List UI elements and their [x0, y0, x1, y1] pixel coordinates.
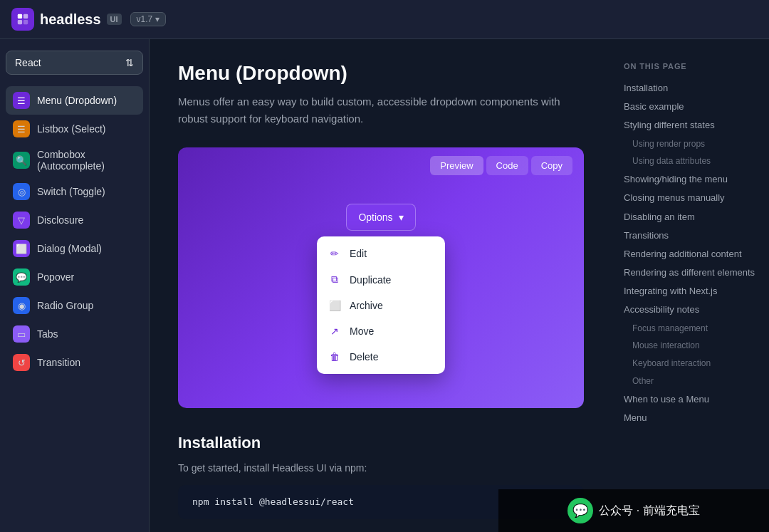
sidebar-item-popover[interactable]: 💬Popover — [6, 263, 143, 291]
watermark: 💬 公众号 · 前端充电宝 — [498, 489, 769, 532]
logo-text: headless — [40, 11, 101, 28]
nav-icon-switch-toggle: ◎ — [13, 183, 30, 200]
nav-label-menu-dropdown: Menu (Dropdown) — [37, 95, 117, 106]
installation-title: Installation — [178, 434, 584, 452]
menu-item-label-duplicate: Duplicate — [350, 274, 391, 286]
nav-icon-listbox-select: ☰ — [13, 120, 30, 137]
nav-icon-menu-dropdown: ☰ — [13, 92, 30, 109]
top-navigation: headless UI v1.7 ▾ — [0, 0, 769, 39]
menu-item-archive[interactable]: ⬜Archive — [317, 293, 445, 318]
toc-item-mouse-interaction[interactable]: Mouse interaction — [624, 337, 758, 355]
nav-label-tabs: Tabs — [37, 328, 58, 340]
menu-item-move[interactable]: ↗Move — [317, 318, 445, 344]
sidebar-item-dialog-modal[interactable]: ⬜Dialog (Modal) — [6, 234, 143, 263]
sidebar-item-disclosure[interactable]: ▽Disclosure — [6, 206, 143, 234]
menu-item-label-edit: Edit — [350, 248, 367, 259]
watermark-text: 公众号 · 前端充电宝 — [599, 504, 699, 518]
main-content: Menu (Dropdown) Menus offer an easy way … — [150, 39, 612, 532]
framework-label: React — [15, 57, 41, 68]
toc-item-showing-hiding-menu[interactable]: Showing/hiding the menu — [624, 170, 758, 189]
menu-item-icon-delete: 🗑 — [328, 351, 341, 363]
trigger-label: Options — [358, 212, 392, 223]
sidebar-item-transition[interactable]: ↺Transition — [6, 348, 143, 377]
sidebar: React ⇅ ☰Menu (Dropdown)☰Listbox (Select… — [0, 39, 150, 532]
logo-icon — [11, 8, 34, 31]
svg-rect-0 — [18, 14, 22, 19]
demo-container: Preview Code Copy Options ▾ ✏Edit⧉Duplic… — [178, 147, 584, 408]
nav-label-disclosure: Disclosure — [37, 214, 83, 226]
toc-item-integrating-with-nextjs[interactable]: Integrating with Next.js — [624, 282, 758, 301]
menu-item-duplicate[interactable]: ⧉Duplicate — [317, 266, 445, 293]
toc-item-rendering-as-different-elements[interactable]: Rendering as different elements — [624, 264, 758, 282]
svg-rect-3 — [23, 20, 28, 24]
menu-item-icon-edit: ✏ — [328, 248, 341, 259]
sidebar-item-combobox-autocomplete[interactable]: 🔍Combobox (Autocomplete) — [6, 143, 143, 177]
sidebar-item-radio-group[interactable]: ◉Radio Group — [6, 291, 143, 320]
menu-item-icon-archive: ⬜ — [328, 300, 341, 311]
nav-label-radio-group: Radio Group — [37, 300, 93, 311]
toc-item-closing-menus-manually[interactable]: Closing menus manually — [624, 189, 758, 207]
toc-item-when-to-use-a-menu[interactable]: When to use a Menu — [624, 390, 758, 409]
version-chevron: ▾ — [155, 14, 159, 24]
nav-icon-disclosure: ▽ — [13, 212, 30, 229]
nav-label-dialog-modal: Dialog (Modal) — [37, 243, 102, 254]
menu-item-label-delete: Delete — [350, 351, 378, 363]
svg-rect-1 — [23, 14, 28, 19]
nav-icon-transition: ↺ — [13, 354, 30, 371]
logo-ui-badge: UI — [107, 14, 122, 25]
installation-desc: To get started, install Headless UI via … — [178, 462, 584, 474]
toc-item-accessibility-notes[interactable]: Accessibility notes — [624, 301, 758, 319]
nav-label-popover: Popover — [37, 271, 74, 283]
menu-item-label-archive: Archive — [350, 300, 383, 311]
menu-item-edit[interactable]: ✏Edit — [317, 241, 445, 266]
toc-item-using-data-attributes[interactable]: Using data attributes — [624, 152, 758, 170]
toc-item-other[interactable]: Other — [624, 372, 758, 390]
nav-label-listbox-select: Listbox (Select) — [37, 123, 105, 135]
sidebar-item-listbox-select[interactable]: ☰Listbox (Select) — [6, 115, 143, 143]
demo-area: Options ▾ ✏Edit⧉Duplicate⬜Archive↗Move🗑D… — [178, 175, 584, 408]
nav-icon-popover: 💬 — [13, 268, 30, 286]
options-trigger[interactable]: Options ▾ — [346, 204, 415, 231]
sidebar-item-menu-dropdown[interactable]: ☰Menu (Dropdown) — [6, 86, 143, 115]
sidebar-item-switch-toggle[interactable]: ◎Switch (Toggle) — [6, 177, 143, 206]
install-code: npm install @headlessui/react — [192, 496, 354, 507]
preview-button[interactable]: Preview — [430, 156, 483, 175]
toc-item-styling-different-states[interactable]: Styling different states — [624, 116, 758, 135]
framework-arrow: ⇅ — [125, 57, 134, 68]
toc-item-using-render-props[interactable]: Using render props — [624, 135, 758, 153]
toc-heading: ON THIS PAGE — [624, 62, 758, 71]
toc-item-menu-ref[interactable]: Menu — [624, 409, 758, 427]
toc-item-transitions[interactable]: Transitions — [624, 226, 758, 245]
logo-area: headless UI — [11, 8, 122, 31]
svg-rect-2 — [18, 20, 22, 24]
copy-button[interactable]: Copy — [531, 156, 572, 175]
sidebar-nav: ☰Menu (Dropdown)☰Listbox (Select)🔍Combob… — [6, 86, 143, 377]
toc-item-rendering-additional-content[interactable]: Rendering additional content — [624, 245, 758, 264]
toc-item-disabling-an-item[interactable]: Disabling an item — [624, 208, 758, 226]
version-label: v1.7 — [137, 14, 153, 24]
menu-item-delete[interactable]: 🗑Delete — [317, 344, 445, 370]
nav-icon-dialog-modal: ⬜ — [13, 240, 30, 257]
trigger-arrow-icon: ▾ — [399, 212, 404, 223]
menu-item-icon-move: ↗ — [328, 325, 341, 337]
nav-icon-combobox-autocomplete: 🔍 — [13, 152, 30, 169]
toc-item-focus-management[interactable]: Focus management — [624, 320, 758, 338]
nav-icon-tabs: ▭ — [13, 325, 30, 343]
menu-item-icon-duplicate: ⧉ — [328, 273, 341, 286]
framework-selector[interactable]: React ⇅ — [6, 51, 143, 75]
toc-item-installation[interactable]: Installation — [624, 79, 758, 98]
dropdown-menu: ✏Edit⧉Duplicate⬜Archive↗Move🗑Delete — [317, 236, 445, 374]
watermark-icon: 💬 — [567, 498, 593, 523]
toc-list: InstallationBasic exampleStyling differe… — [624, 79, 758, 427]
dropdown-wrapper: Options ▾ ✏Edit⧉Duplicate⬜Archive↗Move🗑D… — [317, 204, 445, 374]
toc-item-keyboard-interaction[interactable]: Keyboard interaction — [624, 355, 758, 372]
page-description: Menus offer an easy way to build custom,… — [178, 93, 584, 127]
sidebar-item-tabs[interactable]: ▭Tabs — [6, 320, 143, 348]
nav-icon-radio-group: ◉ — [13, 297, 30, 314]
toc-item-basic-example[interactable]: Basic example — [624, 98, 758, 116]
version-selector[interactable]: v1.7 ▾ — [130, 12, 167, 26]
nav-label-transition: Transition — [37, 357, 80, 368]
demo-toolbar: Preview Code Copy — [178, 147, 584, 175]
table-of-contents: ON THIS PAGE InstallationBasic exampleSt… — [612, 39, 769, 532]
code-button[interactable]: Code — [486, 156, 528, 175]
